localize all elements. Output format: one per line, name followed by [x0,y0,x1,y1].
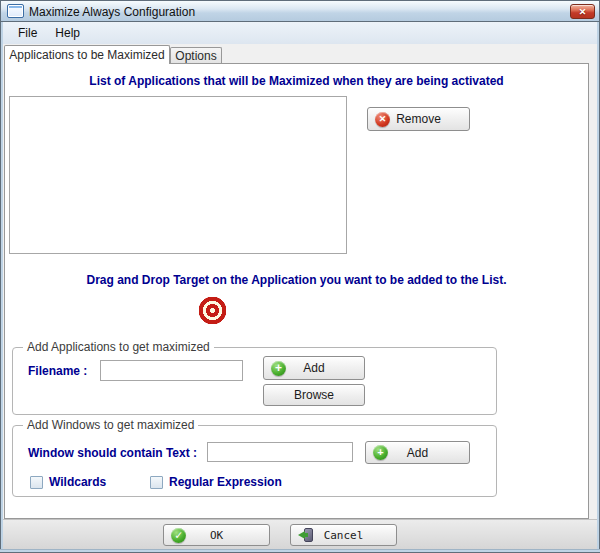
checkbox-icon [30,476,43,489]
applications-list-heading: List of Applications that will be Maximi… [4,74,589,88]
close-icon: ✕ [579,7,587,17]
regular-expression-checkbox[interactable]: Regular Expression [150,475,282,489]
close-button[interactable]: ✕ [570,4,595,19]
add-applications-group-title: Add Applications to get maximized [23,340,214,354]
remove-button-label: Remove [396,112,441,126]
add-plus-icon: + [271,361,286,376]
cancel-button-label: Cancel [324,529,364,542]
checkbox-icon [150,476,163,489]
cancel-exit-icon [298,528,314,542]
ok-button-label: OK [210,529,223,542]
tab-options[interactable]: Options [170,47,222,64]
menu-item-help[interactable]: Help [46,24,89,42]
menu-bar: File Help [3,22,597,44]
drag-drop-hint-text: Drag and Drop Target on the Application … [4,273,589,287]
add-applications-group: Add Applications to get maximized [12,347,497,415]
cancel-button[interactable]: Cancel [290,524,397,546]
drag-drop-target[interactable] [191,291,233,329]
window-title: Maximize Always Configuration [29,4,599,19]
add-plus-icon: + [373,445,388,460]
title-bar: Maximize Always Configuration ✕ [0,0,600,22]
app-window-icon [7,4,24,18]
browse-button[interactable]: Browse [263,384,365,406]
ok-button[interactable]: ✓ OK [163,524,270,546]
ok-check-icon: ✓ [171,528,186,543]
add-window-button[interactable]: + Add [365,441,470,464]
window-border-bottom [0,549,600,553]
bullseye-target-icon [198,296,227,325]
menu-item-file[interactable]: File [9,24,46,42]
window-text-input[interactable] [207,442,353,462]
remove-x-icon: ✕ [375,112,390,127]
regular-expression-checkbox-label: Regular Expression [169,475,282,489]
add-window-button-label: Add [407,446,428,460]
add-application-button-label: Add [303,361,324,375]
wildcards-checkbox-label: Wildcards [49,475,106,489]
maximize-always-configuration-window: Maximize Always Configuration ✕ File Hel… [0,0,600,553]
filename-label: Filename : [28,364,87,378]
browse-button-label: Browse [294,388,334,402]
remove-button[interactable]: ✕ Remove [367,107,470,131]
tab-applications-to-be-maximized[interactable]: Applications to be Maximized [4,45,170,64]
applications-listbox[interactable] [9,96,347,254]
add-windows-group-title: Add Windows to get maximized [23,418,198,432]
window-border-left [0,22,3,553]
add-application-button[interactable]: + Add [263,356,365,380]
window-text-label: Window should contain Text : [28,446,197,460]
filename-input[interactable] [100,360,243,381]
wildcards-checkbox[interactable]: Wildcards [30,475,106,489]
